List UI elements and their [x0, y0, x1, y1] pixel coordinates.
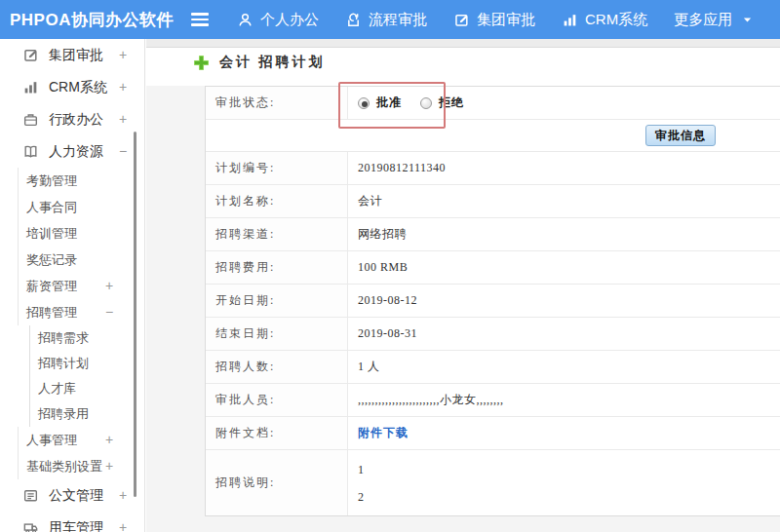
radio-approve[interactable]: [358, 97, 370, 109]
edit-icon: [453, 12, 470, 28]
field-value-line: 1: [358, 456, 780, 483]
nav-item-0[interactable]: 个人办公: [237, 11, 319, 29]
form-row-approval-status: 审批状态: 批准 拒绝: [206, 87, 780, 120]
sidebar-item-15[interactable]: 基础类别设置+: [18, 453, 144, 479]
sidebar-item-16[interactable]: 公文管理+: [0, 479, 144, 512]
briefcase-icon: [22, 111, 39, 128]
attachment-download-link[interactable]: 附件下载: [358, 425, 409, 441]
plus-icon: [193, 55, 210, 71]
sidebar: 集团审批+CRM系统+行政办公+人力资源−考勤管理人事合同培训管理奖惩记录薪资管…: [0, 39, 145, 532]
form-row: 招聘渠道:网络招聘: [206, 218, 780, 251]
field-value-cell: 1 人: [348, 351, 780, 383]
form-row: 计划编号:20190812111340: [206, 152, 780, 185]
field-value: 网络招聘: [358, 226, 407, 243]
chart-icon: [22, 79, 39, 95]
sidebar-item-label: 招聘管理: [26, 305, 77, 320]
book-icon: [22, 143, 39, 160]
field-label: 开始日期:: [206, 285, 348, 317]
sidebar-item-7[interactable]: 奖惩记录: [18, 247, 144, 273]
sidebar-item-10[interactable]: 招聘需求: [29, 325, 144, 351]
expand-icon[interactable]: +: [119, 479, 127, 512]
sidebar-item-label: 公文管理: [49, 487, 103, 503]
expand-icon[interactable]: +: [119, 39, 127, 71]
field-value: 100 RMB: [358, 260, 408, 275]
expand-icon[interactable]: +: [105, 427, 113, 453]
sidebar-item-label: CRM系统: [49, 79, 107, 95]
field-value-cell: ,,,,,,,,,,,,,,,,,,,,,,,,小龙女,,,,,,,,: [348, 384, 780, 416]
expand-icon[interactable]: +: [119, 512, 127, 532]
field-label: 附件文档:: [206, 417, 348, 449]
sidebar-scrollbar[interactable]: [134, 132, 136, 497]
field-value-line: 2: [358, 483, 780, 511]
sidebar-item-1[interactable]: CRM系统+: [0, 71, 144, 103]
field-label: 招聘费用:: [206, 251, 348, 284]
field-value: 会计: [358, 193, 382, 209]
sidebar-item-11[interactable]: 招聘计划: [29, 351, 144, 376]
top-nav: 个人办公流程审批集团审批CRM系统更多应用: [211, 11, 754, 29]
sidebar-item-4[interactable]: 考勤管理: [18, 168, 144, 194]
flow-icon: [345, 12, 362, 28]
collapse-icon[interactable]: −: [119, 135, 127, 168]
sidebar-item-0[interactable]: 集团审批+: [0, 39, 144, 71]
nav-item-4[interactable]: 更多应用: [674, 11, 754, 29]
sidebar-item-3[interactable]: 人力资源−: [0, 135, 144, 168]
field-value: 1 人: [358, 359, 380, 375]
expand-icon[interactable]: +: [105, 273, 113, 299]
field-value: 2019-08-12: [358, 293, 417, 308]
approval-radio-group: 批准 拒绝: [348, 87, 780, 119]
nav-item-1[interactable]: 流程审批: [345, 11, 427, 29]
nav-item-3[interactable]: CRM系统: [562, 11, 647, 29]
field-label: 招聘说明:: [206, 450, 348, 515]
field-value: 2019-08-31: [358, 326, 417, 341]
sidebar-item-label: 招聘录用: [38, 406, 89, 421]
sidebar-item-2[interactable]: 行政办公+: [0, 103, 144, 135]
field-value-cell: 100 RMB: [348, 251, 780, 284]
field-label: 审批状态:: [206, 87, 348, 119]
sidebar-item-6[interactable]: 培训管理: [18, 220, 144, 247]
sidebar-item-label: 基础类别设置: [26, 459, 102, 474]
expand-icon[interactable]: +: [105, 453, 113, 479]
nav-item-label: CRM系统: [585, 11, 647, 29]
sidebar-item-label: 人事合同: [26, 200, 77, 214]
collapse-icon[interactable]: −: [105, 299, 113, 325]
field-label: 计划编号:: [206, 152, 348, 184]
expand-icon[interactable]: +: [119, 103, 127, 135]
expand-icon[interactable]: +: [119, 71, 127, 103]
sidebar-item-14[interactable]: 人事管理+: [18, 427, 144, 453]
field-value: ,,,,,,,,,,,,,,,,,,,,,,,,小龙女,,,,,,,,: [358, 392, 504, 408]
sidebar-item-label: 奖惩记录: [26, 252, 77, 267]
app-logo: PHPOA协同办公软件: [0, 9, 177, 31]
form-row: 招聘人数:1 人: [206, 351, 780, 384]
sidebar-item-17[interactable]: 用车管理+: [0, 512, 144, 532]
sidebar-item-12[interactable]: 人才库: [29, 376, 144, 401]
radio-reject-label: 拒绝: [439, 95, 464, 111]
nav-item-label: 流程审批: [369, 11, 427, 29]
sidebar-item-label: 行政办公: [49, 111, 103, 127]
field-label: 结束日期:: [206, 318, 348, 350]
title-row: 会计 招聘计划: [193, 54, 326, 71]
radio-reject[interactable]: [420, 97, 432, 109]
news-icon: [22, 487, 39, 504]
sidebar-item-label: 集团审批: [49, 47, 103, 62]
nav-item-label: 个人办公: [260, 11, 319, 29]
sidebar-item-5[interactable]: 人事合同: [18, 194, 144, 220]
sidebar-list: 集团审批+CRM系统+行政办公+人力资源−考勤管理人事合同培训管理奖惩记录薪资管…: [0, 39, 144, 532]
topbar: PHPOA协同办公软件 个人办公流程审批集团审批CRM系统更多应用: [0, 0, 780, 39]
approve-info-button[interactable]: 审批信息: [645, 125, 716, 146]
field-value-cell: 2019-08-31: [348, 318, 780, 350]
sidebar-item-label: 人力资源: [49, 143, 103, 159]
field-value-cell: 附件下载: [348, 417, 780, 449]
sidebar-item-8[interactable]: 薪资管理+: [18, 273, 144, 299]
field-label: 审批人员:: [206, 384, 348, 416]
sidebar-item-9[interactable]: 招聘管理−: [18, 299, 144, 325]
sidebar-item-label: 用车管理: [49, 519, 103, 532]
content-header: 会计 招聘计划: [146, 39, 780, 86]
hamburger-menu-icon[interactable]: [191, 10, 211, 29]
sidebar-item-label: 人事管理: [26, 433, 77, 447]
sidebar-item-13[interactable]: 招聘录用: [29, 401, 144, 427]
form-row-approve-button: 审批信息: [206, 120, 780, 152]
nav-item-label: 更多应用: [674, 11, 732, 29]
field-label: 招聘人数:: [206, 351, 348, 383]
field-value-cell: 会计: [348, 185, 780, 217]
nav-item-2[interactable]: 集团审批: [453, 11, 535, 29]
